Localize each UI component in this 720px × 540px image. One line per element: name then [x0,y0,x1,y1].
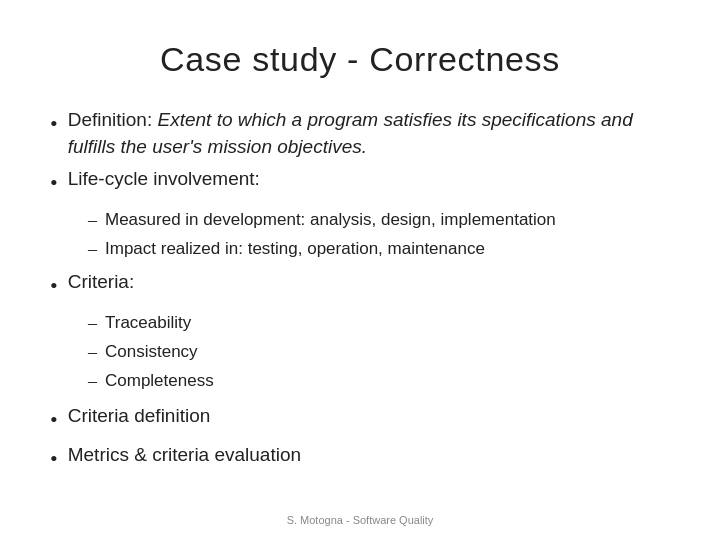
sub-dash-1: – [88,207,97,234]
bullet-criteria: • Criteria: [50,269,670,302]
bullet-text-lifecycle: Life-cycle involvement: [68,166,260,193]
bullet-dot-4: • [50,405,58,436]
bullet-lifecycle: • Life-cycle involvement: [50,166,670,199]
bullet-text-metrics: Metrics & criteria evaluation [68,442,301,469]
slide-footer: S. Motogna - Software Quality [0,514,720,526]
sub-text-traceability: Traceability [105,310,191,336]
sub-dash-3: – [88,310,97,337]
bullet-text-criteria: Criteria: [68,269,135,296]
slide-container: Case study - Correctness • Definition: E… [0,0,720,540]
criteria-sub-completeness: – Completeness [88,368,670,395]
sub-text-lifecycle-1: Measured in development: analysis, desig… [105,207,556,233]
bullet-dot-3: • [50,271,58,302]
bullet-text-criteria-definition: Criteria definition [68,403,211,430]
criteria-sub-traceability: – Traceability [88,310,670,337]
bullet-dot-1: • [50,109,58,140]
sub-dash-2: – [88,236,97,263]
bullet-definition: • Definition: Extent to which a program … [50,107,670,160]
lifecycle-sub-items: – Measured in development: analysis, des… [88,207,670,265]
sub-dash-5: – [88,368,97,395]
lifecycle-sub-2: – Impact realized in: testing, operation… [88,236,670,263]
sub-text-consistency: Consistency [105,339,198,365]
sub-dash-4: – [88,339,97,366]
sub-text-completeness: Completeness [105,368,214,394]
lifecycle-sub-1: – Measured in development: analysis, des… [88,207,670,234]
criteria-sub-consistency: – Consistency [88,339,670,366]
bullet-text-definition: Definition: Extent to which a program sa… [68,107,670,160]
slide-content: • Definition: Extent to which a program … [50,107,670,510]
bullet-metrics: • Metrics & criteria evaluation [50,442,670,475]
bullet-dot-5: • [50,444,58,475]
bullet-criteria-definition: • Criteria definition [50,403,670,436]
sub-text-lifecycle-2: Impact realized in: testing, operation, … [105,236,485,262]
criteria-sub-items: – Traceability – Consistency – Completen… [88,310,670,397]
slide-title: Case study - Correctness [50,40,670,79]
bullet-dot-2: • [50,168,58,199]
